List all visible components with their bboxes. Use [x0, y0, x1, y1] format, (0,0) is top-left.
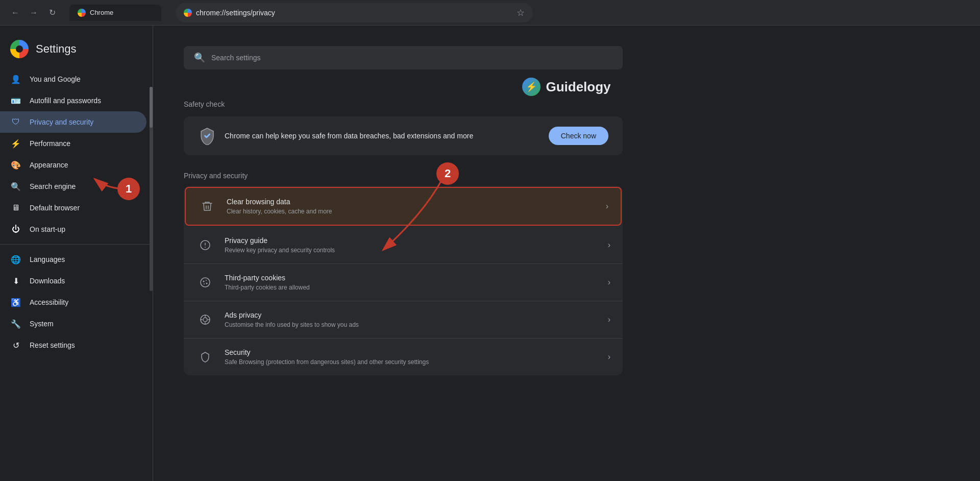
sidebar-item-performance[interactable]: ⚡ Performance: [0, 133, 146, 154]
svg-point-7: [204, 283, 205, 284]
sidebar-item-appearance[interactable]: 🎨 Appearance: [0, 154, 146, 176]
main-layout: Settings 👤 You and Google 🪪 Autofill and…: [0, 26, 980, 481]
clear-browsing-data-subtitle: Clear history, cookies, cache and more: [227, 208, 596, 215]
sidebar-item-privacy-security[interactable]: 🛡 Privacy and security: [0, 111, 146, 133]
svg-point-4: [203, 281, 205, 282]
browser-chrome: ← → ↻ Chrome chrome://settings/privacy ☆: [0, 0, 980, 26]
svg-point-6: [206, 283, 208, 284]
safety-description: Chrome can help keep you safe from data …: [225, 132, 541, 140]
clear-browsing-data-title: Clear browsing data: [227, 198, 596, 206]
settings-item-clear-browsing-data[interactable]: Clear browsing data Clear history, cooki…: [185, 187, 622, 226]
safety-shield-icon: [198, 127, 216, 145]
settings-item-security[interactable]: Security Safe Browsing (protection from …: [184, 339, 623, 375]
sidebar-label-system: System: [30, 320, 54, 328]
sidebar-label-performance: Performance: [30, 139, 70, 148]
settings-list: Clear browsing data Clear history, cooki…: [184, 186, 623, 375]
back-button[interactable]: ←: [8, 6, 22, 20]
sidebar-item-you-and-google[interactable]: 👤 You and Google: [0, 68, 146, 90]
startup-icon: ⏻: [10, 224, 21, 235]
chevron-right-icon-4: ›: [608, 315, 610, 324]
tab-bar: Chrome: [69, 5, 161, 21]
appearance-icon: 🎨: [10, 159, 21, 171]
bookmark-icon[interactable]: ☆: [517, 7, 525, 18]
tab-favicon: [78, 9, 86, 17]
ads-privacy-icon: [196, 310, 214, 329]
guidelogy-icon: ⚡: [522, 78, 541, 96]
sidebar-label-languages: Languages: [30, 255, 65, 263]
address-bar-row: chrome://settings/privacy ☆: [176, 3, 972, 22]
sidebar-header: Settings: [0, 34, 153, 68]
downloads-icon: ⬇: [10, 275, 21, 286]
cookies-icon: [196, 273, 214, 292]
system-icon: 🔧: [10, 318, 21, 329]
svg-point-9: [203, 318, 207, 322]
sidebar-label-search-engine: Search engine: [30, 182, 76, 190]
search-input[interactable]: [211, 54, 612, 62]
privacy-section-title: Privacy and security: [184, 172, 623, 180]
sidebar-item-autofill[interactable]: 🪪 Autofill and passwords: [0, 90, 146, 111]
address-bar[interactable]: chrome://settings/privacy ☆: [176, 3, 533, 22]
sidebar-label-downloads: Downloads: [30, 277, 65, 285]
ads-privacy-subtitle: Customise the info used by sites to show…: [225, 321, 598, 328]
sidebar-label-you-and-google: You and Google: [30, 75, 81, 83]
sidebar-item-accessibility[interactable]: ♿ Accessibility: [0, 292, 146, 313]
guidelogy-brand: Guidelogy: [546, 79, 610, 95]
sidebar-label-autofill: Autofill and passwords: [30, 97, 101, 105]
settings-item-third-party-cookies[interactable]: Third-party cookies Third-party cookies …: [184, 264, 623, 301]
sidebar-label-privacy-security: Privacy and security: [30, 118, 93, 126]
chrome-logo: [10, 40, 29, 58]
third-party-cookies-text: Third-party cookies Third-party cookies …: [225, 274, 598, 291]
third-party-cookies-subtitle: Third-party cookies are allowed: [225, 284, 598, 291]
check-now-button[interactable]: Check now: [549, 127, 608, 145]
languages-icon: 🌐: [10, 254, 21, 265]
clear-browsing-data-text: Clear browsing data Clear history, cooki…: [227, 198, 596, 215]
sidebar-title: Settings: [36, 42, 77, 56]
tab-label: Chrome: [90, 9, 113, 16]
safety-check-section: Safety check Chrome can help keep you sa…: [184, 100, 949, 155]
default-browser-icon: 🖥: [10, 202, 21, 213]
autofill-icon: 🪪: [10, 95, 21, 106]
sidebar-item-reset-settings[interactable]: ↺ Reset settings: [0, 334, 146, 356]
active-tab[interactable]: Chrome: [69, 5, 161, 21]
ads-privacy-text: Ads privacy Customise the info used by s…: [225, 311, 598, 328]
sidebar-item-search-engine[interactable]: 🔍 Search engine: [0, 176, 146, 197]
sidebar-scrollbar[interactable]: [150, 87, 153, 291]
sidebar-scrollbar-thumb: [150, 87, 153, 128]
security-subtitle: Safe Browsing (protection from dangerous…: [225, 358, 598, 366]
sidebar-label-default-browser: Default browser: [30, 204, 80, 212]
sidebar-item-on-startup[interactable]: ⏻ On start-up: [0, 219, 146, 240]
search-icon: 🔍: [194, 52, 205, 63]
address-text: chrome://settings/privacy: [196, 9, 275, 17]
settings-item-privacy-guide[interactable]: Privacy guide Review key privacy and sec…: [184, 227, 623, 264]
sidebar-label-reset-settings: Reset settings: [30, 341, 75, 349]
sidebar-label-accessibility: Accessibility: [30, 298, 68, 306]
trash-icon: [198, 197, 216, 215]
main-content: 🔍 ⚡ Guidelogy Safety check Chrome: [153, 26, 980, 481]
sidebar-label-appearance: Appearance: [30, 161, 68, 169]
svg-point-3: [201, 278, 210, 287]
privacy-security-section: Privacy and security Clear browsing data…: [184, 172, 623, 375]
safety-check-title: Safety check: [184, 100, 949, 108]
search-engine-icon: 🔍: [10, 181, 21, 192]
performance-icon: ⚡: [10, 138, 21, 149]
reload-button[interactable]: ↻: [45, 6, 59, 20]
user-icon: 👤: [10, 74, 21, 85]
site-icon: [184, 9, 192, 17]
security-text: Security Safe Browsing (protection from …: [225, 348, 598, 366]
chevron-right-icon: ›: [606, 202, 608, 211]
sidebar: Settings 👤 You and Google 🪪 Autofill and…: [0, 26, 153, 481]
search-bar[interactable]: 🔍: [184, 46, 623, 69]
privacy-guide-title: Privacy guide: [225, 236, 598, 245]
sidebar-item-languages[interactable]: 🌐 Languages: [0, 249, 146, 270]
forward-button[interactable]: →: [27, 6, 41, 20]
svg-point-5: [206, 280, 207, 281]
shield-icon: 🛡: [10, 116, 21, 128]
sidebar-item-default-browser[interactable]: 🖥 Default browser: [0, 197, 146, 219]
settings-item-ads-privacy[interactable]: Ads privacy Customise the info used by s…: [184, 301, 623, 339]
sidebar-item-downloads[interactable]: ⬇ Downloads: [0, 270, 146, 292]
search-bar-container: 🔍: [184, 46, 949, 69]
privacy-guide-text: Privacy guide Review key privacy and sec…: [225, 236, 598, 254]
sidebar-item-system[interactable]: 🔧 System: [0, 313, 146, 334]
privacy-guide-subtitle: Review key privacy and security controls: [225, 247, 598, 254]
security-shield-icon: [196, 348, 214, 366]
